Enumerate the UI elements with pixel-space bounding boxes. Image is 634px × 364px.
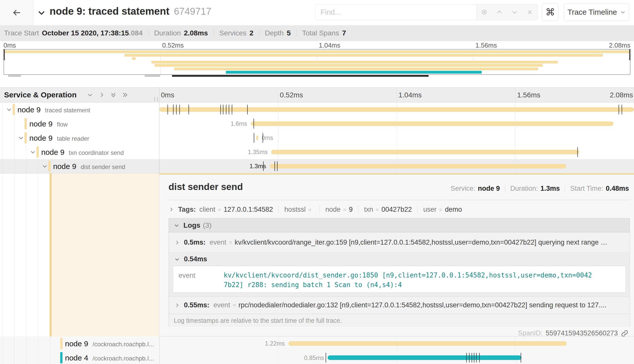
span-bar[interactable]	[159, 107, 634, 112]
span-row-traced-statement[interactable]: node 9traced statement	[0, 102, 634, 117]
span-list: node 9traced statement node 9flow 1.6ms	[0, 102, 634, 364]
row-collapse-chevron[interactable]	[18, 135, 24, 141]
service-color-bar	[48, 161, 51, 172]
tags-accordion[interactable]: Tags: client=127.0.0.1:54582 hostssl= no…	[168, 203, 462, 216]
expand-all-button[interactable]	[119, 88, 131, 102]
log-marker-tick	[229, 105, 229, 114]
link-icon[interactable]	[621, 330, 628, 337]
span-row-flow[interactable]: node 9flow 1.6ms	[0, 117, 634, 131]
tag-txn: txn=00427b22	[364, 206, 412, 213]
chevron-down-icon	[174, 223, 179, 228]
column-resize-grip[interactable]	[154, 97, 158, 101]
minimap-drag-handle[interactable]	[145, 75, 160, 77]
detail-indent-fill	[52, 173, 159, 336]
span-row-dist-sender-send[interactable]: node 9dist sender send 1.3ms	[0, 159, 634, 173]
expand-one-button[interactable]	[96, 88, 108, 102]
divider	[358, 205, 358, 213]
log-marker-tick	[472, 353, 472, 362]
service-operation-label: Service & Operation	[4, 91, 77, 99]
span-row-roachpb-node9[interactable]: node 9/cockroach.roachpb.I... 1.22ms	[0, 336, 634, 351]
minimap-selection-bar	[172, 75, 429, 77]
tree-guide-line	[2, 174, 3, 336]
ruler-tick-label: 1.04ms	[398, 91, 422, 99]
divider	[148, 29, 149, 37]
tree-guide-line	[14, 174, 14, 336]
log-timestamp: 0.54ms	[184, 255, 207, 263]
log-entry[interactable]: 0.5ms: event = kv/kvclient/kvcoord/range…	[169, 232, 630, 253]
minimap-drag-handle[interactable]	[8, 75, 21, 77]
span-row-txn-coordinator-send[interactable]: node 9txn coordinator send 1.35ms	[0, 145, 634, 159]
span-row-roachpb-node4[interactable]: node 4/cockroach.roachpb.I... 0.85ms	[0, 351, 634, 364]
operation-name: traced statement	[45, 107, 90, 114]
span-row-table-reader[interactable]: node 9table reader 0ms	[0, 131, 634, 145]
ruler-tick-label: 0.52ms	[280, 91, 303, 99]
service-name: node 9	[29, 120, 53, 128]
start-time-label: Start Time:	[570, 185, 603, 192]
tag-user: user=demo	[423, 206, 462, 213]
prev-match-button[interactable]	[493, 6, 506, 18]
logs-footnote: Log timestamps are relative to the start…	[169, 314, 630, 327]
find-input[interactable]	[315, 4, 476, 20]
next-match-button[interactable]	[508, 6, 521, 18]
page-header: node 9: traced statement6749717 ⌘ Trace …	[0, 0, 634, 26]
divider	[259, 29, 259, 37]
back-button[interactable]	[0, 0, 33, 25]
log-key: event	[210, 239, 226, 246]
trace-collapse-chevron[interactable]	[37, 8, 46, 18]
view-type-dropdown[interactable]: Trace Timeline	[564, 4, 629, 21]
log-marker-tick	[521, 353, 521, 362]
service-color-bar	[36, 146, 39, 158]
minimap-span-bar	[174, 68, 538, 70]
close-icon	[526, 9, 533, 16]
chevron-right-icon	[168, 207, 174, 212]
span-duration-label: 1.22ms	[265, 336, 285, 351]
span-bar[interactable]	[251, 121, 614, 126]
operation-name: txn coordinator send	[69, 149, 124, 156]
divider	[167, 200, 630, 200]
span-duration-label: 1.35ms	[248, 145, 268, 159]
span-bar[interactable]	[270, 164, 566, 168]
page-title: node 9: traced statement6749717	[50, 6, 211, 17]
divider	[565, 185, 565, 192]
span-bar[interactable]	[256, 136, 258, 140]
span-bar[interactable]	[288, 341, 567, 346]
operation-name: table reader	[57, 135, 89, 142]
chevron-right-icon	[174, 303, 180, 308]
span-bar[interactable]	[328, 355, 522, 360]
row-collapse-chevron[interactable]	[42, 163, 48, 169]
operation-name: /cockroach.roachpb.I...	[93, 341, 154, 348]
log-marker-tick	[277, 161, 278, 171]
clear-find-button[interactable]	[523, 6, 536, 18]
log-entry-expanded: 0.54ms event kv/kvclient/kvcoord/dist_se…	[169, 253, 630, 297]
total-spans-value: 7	[342, 29, 346, 37]
tree-guide-line	[2, 131, 3, 145]
tree-guide-line	[2, 102, 3, 117]
minimap-span-bar	[226, 71, 482, 74]
duration-label: Duration:	[510, 185, 538, 192]
keyboard-shortcuts-button[interactable]: ⌘	[542, 4, 559, 21]
trace-start-value: October 15 2020, 17:38:15.084	[42, 29, 142, 37]
operation-name: flow	[57, 121, 68, 128]
log-accordion-header[interactable]: 0.54ms	[174, 255, 211, 263]
logs-accordion-header[interactable]: Logs (3)	[169, 218, 630, 232]
collapse-one-button[interactable]	[84, 88, 96, 102]
service-color-bar	[60, 352, 62, 363]
ruler-tick-label: 2.08ms	[610, 91, 633, 99]
viewport-right-scrubber[interactable]	[629, 49, 630, 60]
tree-guide-line	[26, 174, 26, 336]
focus-match-button[interactable]	[478, 6, 491, 18]
log-entry[interactable]: 0.55ms: event = rpc/nodedialer/nodediale…	[169, 297, 630, 314]
minimap-tick-label: 0.52ms	[162, 41, 184, 49]
tree-guide-line	[38, 174, 38, 336]
row-collapse-chevron[interactable]	[6, 106, 12, 113]
minimap-canvas[interactable]	[4, 49, 630, 75]
span-bar[interactable]	[271, 150, 579, 154]
viewport-left-scrubber[interactable]	[4, 49, 5, 60]
row-collapse-chevron[interactable]	[30, 149, 36, 155]
tree-guide-line	[14, 336, 14, 351]
chevron-down-icon	[30, 149, 36, 155]
collapse-all-button[interactable]	[108, 88, 119, 102]
operation-name: /cockroach.roachpb.I...	[93, 355, 154, 362]
minimap-row	[4, 68, 630, 70]
log-marker-tick	[167, 105, 168, 114]
